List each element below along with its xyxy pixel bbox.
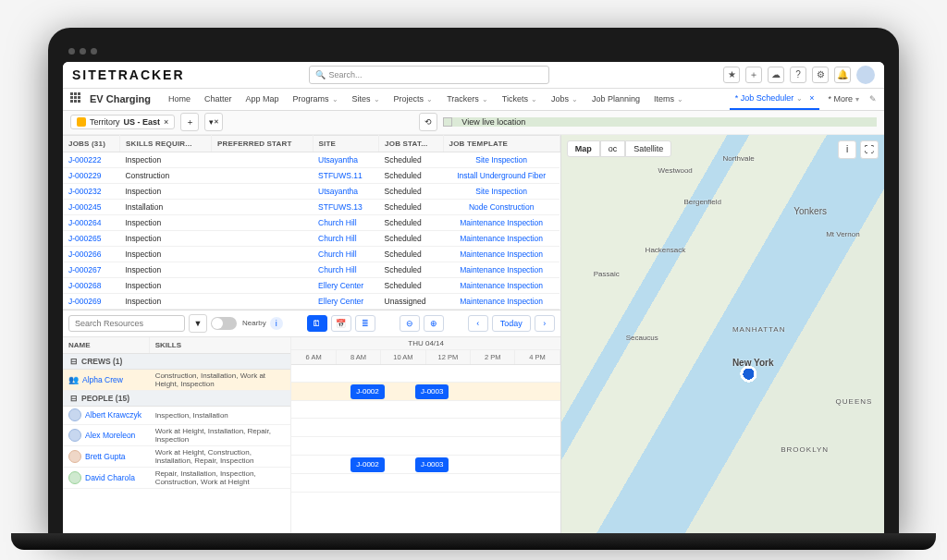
person-name[interactable]: David Charola	[85, 473, 135, 482]
person-row[interactable]: David CharolaRepair, Installation, Inspe…	[63, 468, 290, 489]
person-row[interactable]: Alex MoreleonWork at Height, Installatio…	[63, 425, 290, 446]
job-row[interactable]: J-000232InspectionUtsayanthaScheduledSit…	[63, 183, 560, 199]
nav-projects[interactable]: Projects⌄	[388, 89, 439, 110]
job-site[interactable]: Church Hill	[313, 214, 379, 230]
col-site[interactable]: SITE	[313, 135, 379, 152]
add-filter-button[interactable]: ＋	[180, 113, 199, 131]
nav-jobplanning[interactable]: Job Planning	[586, 89, 646, 110]
job-template[interactable]: Maintenance Inspection	[443, 293, 560, 309]
job-row[interactable]: J-000245InstallationSTFUWS.13ScheduledNo…	[63, 199, 560, 214]
nav-items[interactable]: Items⌄	[648, 89, 689, 110]
col-prefstart[interactable]: PREFERRED START	[212, 135, 314, 152]
nav-programs[interactable]: Programs⌄	[288, 89, 344, 110]
nav-appmap[interactable]: App Map	[240, 89, 285, 110]
job-row[interactable]: J-000267InspectionChurch HillScheduledMa…	[63, 262, 560, 277]
nav-more[interactable]: * More▾	[822, 89, 865, 110]
job-row[interactable]: J-000229ConstructionSTFUWS.11ScheduledIn…	[63, 167, 560, 183]
job-id[interactable]: J-000265	[63, 230, 119, 246]
nav-chatter[interactable]: Chatter	[199, 89, 238, 110]
avatar[interactable]	[856, 66, 875, 84]
crew-row[interactable]: 👥Alpha Crew Construction, Installation, …	[63, 370, 290, 391]
job-id[interactable]: J-000229	[63, 167, 119, 183]
job-card[interactable]: J-0003	[415, 457, 449, 472]
col-template[interactable]: JOB TEMPLATE	[443, 135, 560, 152]
app-launcher-icon[interactable]	[70, 92, 83, 105]
job-site[interactable]: Utsayantha	[313, 183, 379, 199]
job-row[interactable]: J-000222InspectionUtsayanthaScheduledSit…	[63, 152, 560, 167]
nearby-toggle[interactable]	[211, 317, 237, 330]
zoom-in-button[interactable]: ⊕	[424, 315, 444, 332]
map-mode-map[interactable]: Map	[567, 140, 600, 157]
nav-home[interactable]: Home	[163, 89, 196, 110]
job-site[interactable]: Utsayantha	[313, 152, 379, 167]
job-template[interactable]: Maintenance Inspection	[443, 246, 560, 262]
map-mode-oc[interactable]: oc	[600, 140, 626, 157]
view-list-button[interactable]: ≣	[355, 315, 375, 332]
job-site[interactable]: Church Hill	[313, 262, 379, 277]
job-card[interactable]: J-0003	[415, 384, 449, 399]
info-icon[interactable]: i	[270, 317, 283, 330]
next-button[interactable]: ›	[535, 315, 555, 332]
col-status[interactable]: JOB STAT...	[379, 135, 443, 152]
zoom-out-button[interactable]: ⊖	[400, 315, 420, 332]
job-site[interactable]: Ellery Center	[313, 277, 379, 293]
job-id[interactable]: J-000266	[63, 246, 119, 262]
person-name[interactable]: Alex Moreleon	[85, 431, 135, 440]
lane-crew[interactable]: J-0002 J-0003	[291, 383, 560, 401]
person-row[interactable]: Brett GuptaWork at Height, Construction,…	[63, 446, 290, 468]
map-fullscreen-icon[interactable]: ⛶	[860, 140, 879, 159]
refresh-button[interactable]: ⟲	[419, 113, 437, 131]
job-row[interactable]: J-000265InspectionChurch HillScheduledMa…	[63, 230, 560, 246]
job-site[interactable]: Church Hill	[313, 230, 379, 246]
col-skills[interactable]: SKILLS REQUIR...	[119, 135, 211, 152]
person-name[interactable]: Brett Gupta	[85, 452, 125, 461]
col-jobs[interactable]: JOBS (31)	[63, 135, 119, 152]
star-icon[interactable]: ★	[723, 67, 740, 83]
resource-search-input[interactable]	[68, 315, 185, 332]
person-row[interactable]: Albert KrawczykInspection, Installation	[63, 407, 290, 425]
map-info-icon[interactable]: i	[838, 140, 856, 159]
job-id[interactable]: J-000269	[63, 293, 119, 309]
job-card[interactable]: J-0002	[351, 457, 384, 472]
gear-icon[interactable]: ⚙	[812, 67, 829, 83]
plus-icon[interactable]: ＋	[745, 67, 762, 83]
resource-filter-button[interactable]: ▼	[189, 314, 207, 333]
today-button[interactable]: Today	[492, 315, 531, 332]
live-location-checkbox[interactable]	[443, 117, 452, 127]
nav-trackers[interactable]: Trackers⌄	[441, 89, 494, 110]
map-panel[interactable]: Map oc Satellite i ⛶ New York Yonkers BR…	[561, 135, 884, 533]
view-calendar-button[interactable]: 🗓	[307, 315, 327, 332]
nav-jobs[interactable]: Jobs⌄	[546, 89, 584, 110]
group-crews[interactable]: ⊟ CREWS (1)	[63, 354, 290, 370]
job-site[interactable]: STFUWS.13	[313, 199, 379, 214]
job-template[interactable]: Site Inspection	[443, 183, 560, 199]
lane-person[interactable]: J-0002 J-0003	[291, 456, 560, 474]
job-id[interactable]: J-000245	[63, 199, 119, 214]
job-template[interactable]: Maintenance Inspection	[443, 230, 560, 246]
job-row[interactable]: J-000268InspectionEllery CenterScheduled…	[63, 277, 560, 293]
lane-person[interactable]	[291, 419, 560, 437]
tab-job-scheduler[interactable]: * Job Scheduler⌄×	[730, 89, 820, 110]
job-id[interactable]: J-000264	[63, 214, 119, 230]
job-template[interactable]: Maintenance Inspection	[443, 277, 560, 293]
cloud-icon[interactable]: ☁	[768, 67, 784, 83]
job-id[interactable]: J-000267	[63, 262, 119, 277]
map-mode-sat[interactable]: Satellite	[625, 140, 671, 157]
map[interactable]	[561, 135, 884, 533]
nav-tickets[interactable]: Tickets⌄	[497, 89, 543, 110]
job-site[interactable]: Church Hill	[313, 246, 379, 262]
lane-person[interactable]	[291, 437, 560, 456]
group-people[interactable]: ⊟ PEOPLE (15)	[63, 391, 290, 407]
pencil-icon[interactable]: ✎	[869, 94, 877, 103]
job-site[interactable]: STFUWS.11	[313, 167, 379, 183]
job-id[interactable]: J-000232	[63, 183, 119, 199]
prev-button[interactable]: ‹	[468, 315, 488, 332]
nav-sites[interactable]: Sites⌄	[347, 89, 386, 110]
job-id[interactable]: J-000222	[63, 152, 119, 167]
job-row[interactable]: J-000266InspectionChurch HillScheduledMa…	[63, 246, 560, 262]
job-card[interactable]: J-0002	[351, 384, 384, 399]
help-icon[interactable]: ?	[790, 67, 806, 83]
job-row[interactable]: J-000269InspectionEllery CenterUnassigne…	[63, 293, 560, 309]
territory-filter[interactable]: Territory US - East ×	[70, 115, 175, 129]
job-site[interactable]: Ellery Center	[313, 293, 379, 309]
